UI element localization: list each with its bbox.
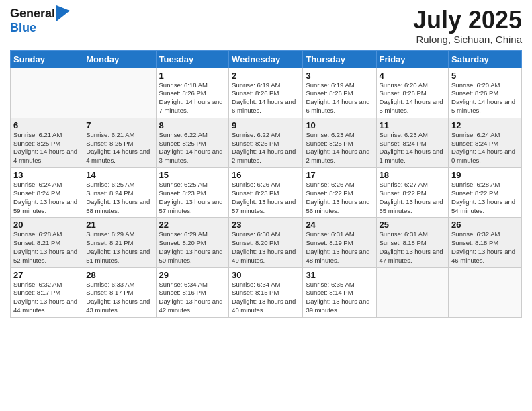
day-info: Sunrise: 6:24 AM Sunset: 8:24 PM Dayligh… (13, 181, 80, 215)
day-number: 10 (306, 120, 373, 130)
table-row: 19Sunrise: 6:28 AM Sunset: 8:22 PM Dayli… (449, 168, 522, 218)
day-info: Sunrise: 6:26 AM Sunset: 8:23 PM Dayligh… (232, 181, 300, 215)
day-info: Sunrise: 6:34 AM Sunset: 8:15 PM Dayligh… (232, 281, 300, 315)
table-row: 25Sunrise: 6:31 AM Sunset: 8:18 PM Dayli… (376, 218, 449, 267)
table-row: 28Sunrise: 6:33 AM Sunset: 8:17 PM Dayli… (83, 267, 156, 317)
page: General Blue July 2025 Rulong, Sichuan, … (0, 0, 532, 411)
day-info: Sunrise: 6:23 AM Sunset: 8:24 PM Dayligh… (380, 131, 446, 165)
logo-blue: Blue (10, 21, 70, 35)
day-number: 27 (13, 270, 80, 280)
table-row: 11Sunrise: 6:23 AM Sunset: 8:24 PM Dayli… (376, 118, 449, 167)
table-row: 22Sunrise: 6:29 AM Sunset: 8:20 PM Dayli… (156, 218, 229, 267)
table-row: 20Sunrise: 6:28 AM Sunset: 8:21 PM Dayli… (11, 218, 83, 267)
table-row (376, 267, 449, 317)
table-row: 31Sunrise: 6:35 AM Sunset: 8:14 PM Dayli… (303, 267, 376, 317)
day-number: 23 (232, 220, 300, 230)
table-row: 7Sunrise: 6:21 AM Sunset: 8:25 PM Daylig… (83, 118, 156, 167)
table-row: 24Sunrise: 6:31 AM Sunset: 8:19 PM Dayli… (303, 218, 376, 267)
day-info: Sunrise: 6:20 AM Sunset: 8:26 PM Dayligh… (380, 81, 446, 116)
day-info: Sunrise: 6:28 AM Sunset: 8:22 PM Dayligh… (451, 181, 519, 215)
day-info: Sunrise: 6:25 AM Sunset: 8:24 PM Dayligh… (86, 181, 152, 215)
day-info: Sunrise: 6:19 AM Sunset: 8:26 PM Dayligh… (306, 81, 373, 116)
day-number: 1 (159, 71, 226, 81)
table-row: 10Sunrise: 6:23 AM Sunset: 8:25 PM Dayli… (303, 118, 376, 167)
day-info: Sunrise: 6:25 AM Sunset: 8:23 PM Dayligh… (159, 181, 226, 215)
table-row (449, 267, 522, 317)
day-info: Sunrise: 6:22 AM Sunset: 8:25 PM Dayligh… (232, 131, 300, 165)
table-row: 8Sunrise: 6:22 AM Sunset: 8:25 PM Daylig… (156, 118, 229, 167)
table-row: 1Sunrise: 6:18 AM Sunset: 8:26 PM Daylig… (156, 68, 229, 118)
calendar-week-row: 1Sunrise: 6:18 AM Sunset: 8:26 PM Daylig… (11, 68, 522, 118)
day-info: Sunrise: 6:27 AM Sunset: 8:22 PM Dayligh… (380, 181, 446, 215)
day-number: 9 (232, 120, 300, 130)
table-row: 27Sunrise: 6:32 AM Sunset: 8:17 PM Dayli… (11, 267, 83, 317)
table-row: 30Sunrise: 6:34 AM Sunset: 8:15 PM Dayli… (229, 267, 303, 317)
day-number: 24 (306, 220, 373, 230)
day-info: Sunrise: 6:33 AM Sunset: 8:17 PM Dayligh… (86, 281, 152, 315)
day-number: 25 (380, 220, 446, 230)
logo-text: General Blue (10, 7, 70, 35)
day-number: 31 (306, 270, 373, 280)
table-row: 14Sunrise: 6:25 AM Sunset: 8:24 PM Dayli… (83, 168, 156, 218)
day-number: 30 (232, 270, 300, 280)
table-row: 2Sunrise: 6:19 AM Sunset: 8:26 PM Daylig… (229, 68, 303, 118)
table-row: 6Sunrise: 6:21 AM Sunset: 8:25 PM Daylig… (11, 118, 83, 167)
day-number: 21 (86, 220, 152, 230)
day-number: 15 (159, 170, 226, 180)
day-number: 29 (159, 270, 226, 280)
day-info: Sunrise: 6:31 AM Sunset: 8:19 PM Dayligh… (306, 230, 373, 265)
day-info: Sunrise: 6:21 AM Sunset: 8:25 PM Dayligh… (86, 131, 152, 165)
day-number: 5 (451, 71, 519, 81)
table-row: 15Sunrise: 6:25 AM Sunset: 8:23 PM Dayli… (156, 168, 229, 218)
day-info: Sunrise: 6:31 AM Sunset: 8:18 PM Dayligh… (380, 230, 446, 265)
table-row: 3Sunrise: 6:19 AM Sunset: 8:26 PM Daylig… (303, 68, 376, 118)
day-number: 17 (306, 170, 373, 180)
day-number: 4 (380, 71, 446, 81)
subtitle: Rulong, Sichuan, China (413, 34, 522, 45)
logo-general: General (10, 7, 55, 21)
table-row: 26Sunrise: 6:32 AM Sunset: 8:18 PM Dayli… (449, 218, 522, 267)
table-row: 17Sunrise: 6:26 AM Sunset: 8:22 PM Dayli… (303, 168, 376, 218)
day-number: 14 (86, 170, 152, 180)
day-info: Sunrise: 6:24 AM Sunset: 8:24 PM Dayligh… (451, 131, 519, 165)
table-row: 21Sunrise: 6:29 AM Sunset: 8:21 PM Dayli… (83, 218, 156, 267)
month-title: July 2025 (413, 7, 522, 34)
day-number: 8 (159, 120, 226, 130)
day-number: 19 (451, 170, 519, 180)
calendar-week-row: 27Sunrise: 6:32 AM Sunset: 8:17 PM Dayli… (11, 267, 522, 317)
day-number: 18 (380, 170, 446, 180)
day-number: 3 (306, 71, 373, 81)
day-info: Sunrise: 6:28 AM Sunset: 8:21 PM Dayligh… (13, 230, 80, 265)
calendar-header-row: Sunday Monday Tuesday Wednesday Thursday… (11, 50, 522, 68)
table-row: 4Sunrise: 6:20 AM Sunset: 8:26 PM Daylig… (376, 68, 449, 118)
calendar: Sunday Monday Tuesday Wednesday Thursday… (10, 50, 522, 318)
day-info: Sunrise: 6:35 AM Sunset: 8:14 PM Dayligh… (306, 281, 373, 315)
col-friday: Friday (376, 50, 449, 68)
table-row: 5Sunrise: 6:20 AM Sunset: 8:26 PM Daylig… (449, 68, 522, 118)
header: General Blue July 2025 Rulong, Sichuan, … (10, 7, 522, 45)
col-wednesday: Wednesday (229, 50, 303, 68)
table-row: 13Sunrise: 6:24 AM Sunset: 8:24 PM Dayli… (11, 168, 83, 218)
logo: General Blue (10, 7, 70, 35)
day-number: 20 (13, 220, 80, 230)
day-number: 11 (380, 120, 446, 130)
calendar-week-row: 20Sunrise: 6:28 AM Sunset: 8:21 PM Dayli… (11, 218, 522, 267)
table-row: 16Sunrise: 6:26 AM Sunset: 8:23 PM Dayli… (229, 168, 303, 218)
table-row: 12Sunrise: 6:24 AM Sunset: 8:24 PM Dayli… (449, 118, 522, 167)
day-info: Sunrise: 6:19 AM Sunset: 8:26 PM Dayligh… (232, 81, 300, 116)
day-info: Sunrise: 6:20 AM Sunset: 8:26 PM Dayligh… (451, 81, 519, 116)
day-info: Sunrise: 6:18 AM Sunset: 8:26 PM Dayligh… (159, 81, 226, 116)
col-saturday: Saturday (449, 50, 522, 68)
day-info: Sunrise: 6:30 AM Sunset: 8:20 PM Dayligh… (232, 230, 300, 265)
col-monday: Monday (83, 50, 156, 68)
day-info: Sunrise: 6:32 AM Sunset: 8:18 PM Dayligh… (451, 230, 519, 265)
table-row: 29Sunrise: 6:34 AM Sunset: 8:16 PM Dayli… (156, 267, 229, 317)
day-number: 22 (159, 220, 226, 230)
day-number: 6 (13, 120, 80, 130)
day-number: 26 (451, 220, 519, 230)
day-info: Sunrise: 6:21 AM Sunset: 8:25 PM Dayligh… (13, 131, 80, 165)
day-number: 12 (451, 120, 519, 130)
calendar-week-row: 6Sunrise: 6:21 AM Sunset: 8:25 PM Daylig… (11, 118, 522, 167)
table-row (83, 68, 156, 118)
logo-icon (56, 5, 70, 21)
